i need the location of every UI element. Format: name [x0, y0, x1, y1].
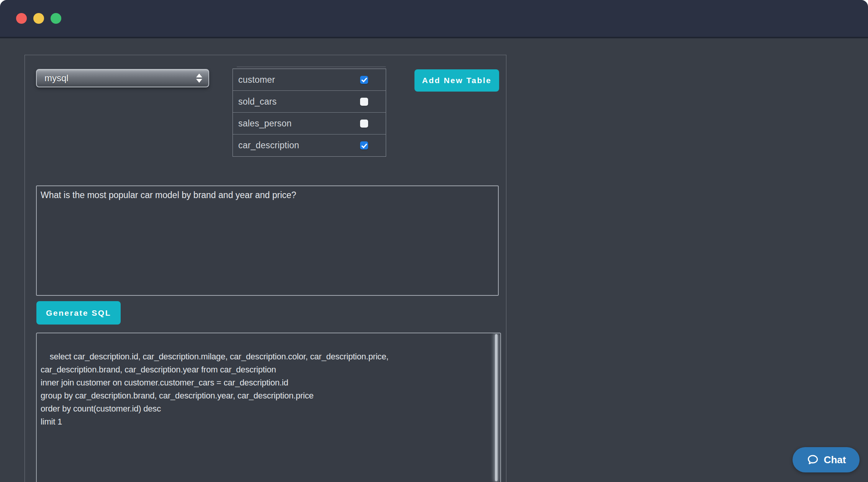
question-input[interactable]: What is the most popular car model by br…: [36, 185, 499, 296]
minimize-button[interactable]: [33, 13, 44, 24]
title-bar: [0, 0, 868, 38]
generate-sql-button[interactable]: Generate SQL: [36, 301, 121, 325]
table-row[interactable]: sold_cars: [233, 91, 386, 113]
add-new-table-button[interactable]: Add New Table: [414, 69, 499, 92]
sql-output-scrollbar[interactable]: [495, 334, 498, 481]
maximize-button[interactable]: [51, 13, 61, 24]
tables-list: customer sold_cars sales_person car_desc…: [233, 69, 386, 157]
traffic-lights: [16, 13, 61, 24]
up-down-arrows-icon: [196, 74, 202, 83]
sql-output[interactable]: select car_description.id, car_descripti…: [36, 333, 501, 482]
sql-output-text: select car_description.id, car_descripti…: [41, 352, 388, 426]
table-row-label: sold_cars: [238, 97, 277, 107]
table-row-label: customer: [238, 75, 275, 85]
database-select[interactable]: mysql: [36, 69, 209, 87]
table-row-checkbox[interactable]: [360, 98, 368, 106]
app-window: mysql customer sold_cars sales_person ca…: [0, 0, 868, 482]
table-row-checkbox[interactable]: [360, 141, 368, 149]
table-row[interactable]: sales_person: [233, 113, 386, 134]
table-row[interactable]: car_description: [233, 134, 386, 156]
table-row-label: sales_person: [238, 118, 292, 129]
table-row-checkbox[interactable]: [360, 120, 368, 128]
chat-bubble-icon: [806, 453, 819, 466]
chat-button[interactable]: Chat: [793, 447, 860, 472]
chat-button-label: Chat: [824, 454, 846, 466]
table-row-label: car_description: [238, 140, 299, 151]
table-row-checkbox[interactable]: [360, 76, 368, 84]
close-button[interactable]: [16, 13, 27, 24]
table-row[interactable]: customer: [233, 69, 386, 91]
database-select-value: mysql: [37, 73, 69, 84]
